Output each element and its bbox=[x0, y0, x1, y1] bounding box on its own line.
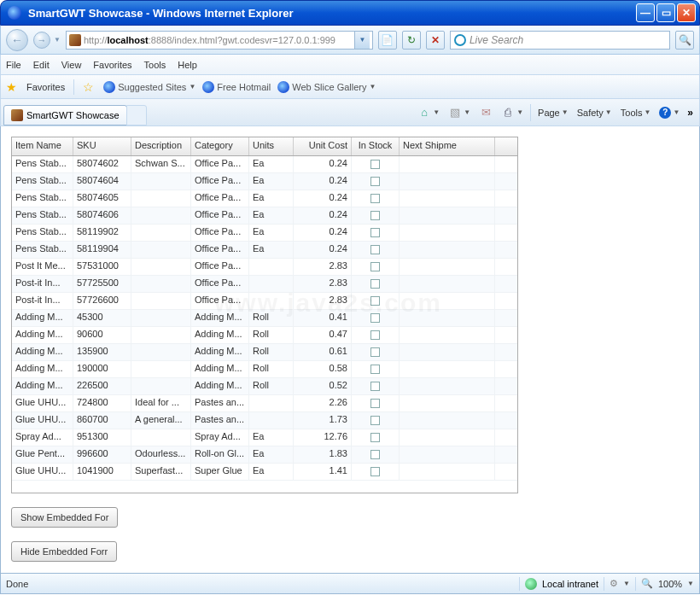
col-header-cat[interactable]: Category bbox=[191, 137, 249, 155]
checkbox[interactable] bbox=[370, 296, 380, 306]
checkbox[interactable] bbox=[370, 330, 380, 340]
new-tab-button[interactable] bbox=[126, 105, 147, 125]
col-header-desc[interactable]: Description bbox=[131, 137, 191, 155]
tab-favicon-icon bbox=[11, 109, 23, 121]
checkbox[interactable] bbox=[370, 416, 380, 425]
checkbox[interactable] bbox=[370, 433, 380, 442]
checkbox[interactable] bbox=[370, 228, 380, 237]
search-placeholder: Live Search bbox=[470, 34, 523, 46]
table-row[interactable]: Pens Stab...58074604Office Pa...Ea0.24 bbox=[12, 173, 517, 190]
cell-desc bbox=[131, 429, 191, 446]
col-header-ship[interactable]: Next Shipme bbox=[400, 137, 495, 155]
table-row[interactable]: Adding M...226500Adding M...Roll0.52 bbox=[12, 378, 517, 395]
checkbox[interactable] bbox=[370, 177, 380, 186]
status-text: Done bbox=[6, 579, 514, 589]
menu-view[interactable]: View bbox=[61, 60, 82, 70]
col-header-units[interactable]: Units bbox=[249, 137, 294, 155]
checkbox[interactable] bbox=[370, 160, 380, 169]
table-row[interactable]: Pens Stab...58074606Office Pa...Ea0.24 bbox=[12, 207, 517, 225]
web-slice-link[interactable]: Web Slice Gallery ▼ bbox=[277, 81, 376, 93]
separator bbox=[635, 577, 636, 591]
col-header-name[interactable]: Item Name bbox=[12, 137, 73, 155]
add-favorite-icon[interactable]: ☆ bbox=[83, 80, 96, 94]
table-row[interactable]: Adding M...135900Adding M...Roll0.61 bbox=[12, 344, 517, 361]
table-row[interactable]: Adding M...190000Adding M...Roll0.58 bbox=[12, 361, 517, 378]
checkbox[interactable] bbox=[370, 245, 380, 254]
table-row[interactable]: Adding M...45300Adding M...Roll0.41 bbox=[12, 310, 517, 327]
checkbox[interactable] bbox=[370, 382, 380, 391]
table-row[interactable]: Pens Stab...58119904Office Pa...Ea0.24 bbox=[12, 242, 517, 259]
table-row[interactable]: Post It Me...57531000Office Pa...2.83 bbox=[12, 259, 517, 276]
col-header-sku[interactable]: SKU bbox=[73, 137, 131, 155]
tools-menu[interactable]: Tools ▼ bbox=[616, 102, 656, 123]
address-dropdown-icon[interactable]: ▼ bbox=[354, 32, 370, 49]
favorites-label[interactable]: Favorites bbox=[26, 82, 65, 92]
grid-body[interactable]: Pens Stab...58074602Schwan S...Office Pa… bbox=[12, 156, 517, 493]
help-button[interactable]: ?▼ bbox=[655, 102, 684, 123]
search-box[interactable]: Live Search bbox=[450, 31, 670, 50]
forward-button[interactable]: → bbox=[33, 32, 50, 49]
cell-sku: 724800 bbox=[73, 395, 131, 411]
checkbox[interactable] bbox=[370, 365, 380, 374]
back-button[interactable]: ← bbox=[6, 29, 28, 51]
checkbox[interactable] bbox=[370, 399, 380, 408]
zoom-icon[interactable]: 🔍 bbox=[641, 578, 653, 589]
checkbox[interactable] bbox=[370, 194, 380, 203]
chevron-down-icon[interactable]: ▼ bbox=[687, 580, 694, 587]
cell-sku: 1041900 bbox=[73, 464, 131, 480]
page-menu[interactable]: Page ▼ bbox=[534, 102, 573, 123]
table-row[interactable]: Pens Stab...58074605Office Pa...Ea0.24 bbox=[12, 190, 517, 207]
history-dropdown-icon[interactable]: ▼ bbox=[54, 36, 61, 44]
free-hotmail-link[interactable]: Free Hotmail bbox=[202, 81, 271, 93]
refresh-button[interactable]: ↻ bbox=[402, 31, 421, 50]
cell-cost: 2.26 bbox=[294, 395, 352, 411]
home-button[interactable]: ⌂▼ bbox=[413, 102, 444, 123]
stop-button[interactable]: ✕ bbox=[426, 31, 445, 50]
table-row[interactable]: Post-it In...57726600Office Pa...2.83 bbox=[12, 293, 517, 310]
menu-favorites[interactable]: Favorites bbox=[93, 60, 131, 70]
checkbox[interactable] bbox=[370, 450, 380, 459]
menu-help[interactable]: Help bbox=[178, 60, 197, 70]
checkbox[interactable] bbox=[370, 467, 380, 476]
favorites-star-icon[interactable]: ★ bbox=[6, 80, 20, 94]
table-row[interactable]: Pens Stab...58119902Office Pa...Ea0.24 bbox=[12, 225, 517, 242]
show-embedded-button[interactable]: Show Embedded For bbox=[11, 507, 118, 528]
table-row[interactable]: Adding M...90600Adding M...Roll0.47 bbox=[12, 327, 517, 344]
close-button[interactable]: ✕ bbox=[677, 3, 696, 22]
checkbox[interactable] bbox=[370, 347, 380, 357]
favorites-toolbar: ★ Favorites ☆ Suggested Sites ▼ Free Hot… bbox=[0, 75, 700, 99]
table-row[interactable]: Pens Stab...58074602Schwan S...Office Pa… bbox=[12, 156, 517, 173]
cell-stock bbox=[352, 344, 400, 360]
checkbox[interactable] bbox=[370, 262, 380, 271]
table-row[interactable]: Glue Pent...996600Odourless...Roll-on Gl… bbox=[12, 446, 517, 464]
table-row[interactable]: Spray Ad...951300Spray Ad...Ea12.76 bbox=[12, 429, 517, 446]
browser-tab[interactable]: SmartGWT Showcase bbox=[3, 105, 127, 125]
minimize-button[interactable]: — bbox=[636, 3, 655, 22]
hide-embedded-button[interactable]: Hide Embedded Forr bbox=[11, 541, 117, 562]
read-mail-button[interactable]: ✉ bbox=[475, 102, 497, 123]
compat-view-button[interactable]: 📄 bbox=[378, 31, 397, 50]
col-header-stock[interactable]: In Stock bbox=[352, 137, 400, 155]
print-button[interactable]: ⎙▼ bbox=[497, 102, 528, 123]
maximize-button[interactable]: ▭ bbox=[656, 3, 675, 22]
protected-mode-icon[interactable]: ⚙ bbox=[610, 578, 618, 589]
address-bar[interactable]: http://localhost:8888/index.html?gwt.cod… bbox=[66, 31, 373, 50]
suggested-sites-link[interactable]: Suggested Sites ▼ bbox=[103, 81, 195, 93]
col-header-cost[interactable]: Unit Cost bbox=[294, 137, 352, 155]
table-row[interactable]: Glue UHU...860700A general...Pastes an..… bbox=[12, 412, 517, 429]
cell-sku: 45300 bbox=[73, 310, 131, 326]
table-row[interactable]: Glue UHU...1041900Superfast...Super Glue… bbox=[12, 464, 517, 481]
checkbox[interactable] bbox=[370, 211, 380, 220]
table-row[interactable]: Post-it In...57725500Office Pa...2.83 bbox=[12, 276, 517, 293]
menu-edit[interactable]: Edit bbox=[33, 60, 50, 70]
menu-tools[interactable]: Tools bbox=[144, 60, 166, 70]
checkbox[interactable] bbox=[370, 313, 380, 323]
safety-menu[interactable]: Safety ▼ bbox=[573, 102, 616, 123]
menu-file[interactable]: File bbox=[6, 60, 21, 70]
checkbox[interactable] bbox=[370, 279, 380, 289]
overflow-button[interactable]: » bbox=[687, 107, 693, 119]
table-row[interactable]: Glue UHU...724800Ideal for ...Pastes an.… bbox=[12, 395, 517, 412]
feeds-button[interactable]: ▧▼ bbox=[444, 102, 475, 123]
zoom-level[interactable]: 100% bbox=[658, 579, 682, 589]
search-button[interactable]: 🔍 bbox=[675, 31, 694, 50]
